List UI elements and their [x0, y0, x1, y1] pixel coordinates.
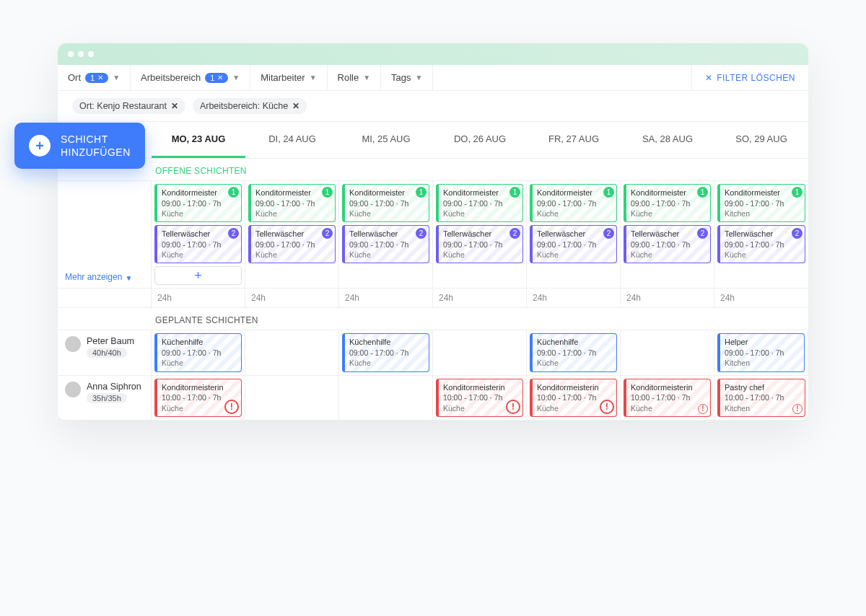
shift-card[interactable]: Tellerwäscher09:00 - 17:00 · 7hKüche2 [154, 225, 242, 263]
show-more-link[interactable]: Mehr anzeigen ▼ [58, 181, 152, 289]
shift-area: Kitchen [725, 403, 800, 413]
window-dot[interactable] [68, 51, 74, 57]
day-tab[interactable]: SO, 29 AUG [714, 122, 808, 158]
day-tab[interactable]: DO, 26 AUG [433, 122, 527, 158]
chevron-down-icon: ▼ [310, 74, 317, 82]
day-tabs: MO, 23 AUGDI, 24 AUGMI, 25 AUGDO, 26 AUG… [58, 122, 808, 159]
shift-card[interactable]: Konditormeister09:00 - 17:00 · 7hKüche1 [342, 184, 429, 222]
person-cell[interactable]: Peter Baum40h/40h [58, 330, 152, 375]
clear-filters-button[interactable]: ✕ FILTER LÖSCHEN [691, 65, 808, 90]
planned-shifts-grid: Peter Baum40h/40hKüchenhilfe09:00 - 17:0… [58, 330, 808, 420]
shift-role: Tellerwäscher [725, 229, 800, 239]
day-cell: Konditormeisterin10:00 - 17:00 · 7hKüche… [433, 376, 527, 421]
shift-time: 09:00 - 17:00 · 7h [349, 348, 424, 358]
shift-card[interactable]: Konditormeisterin10:00 - 17:00 · 7hKüche… [530, 379, 617, 417]
shift-role: Tellerwäscher [255, 229, 331, 239]
day-total: 24h [339, 289, 433, 307]
shift-card[interactable]: Tellerwäscher09:00 - 17:00 · 7hKüche2 [624, 225, 711, 263]
shift-time: 09:00 - 17:00 · 7h [162, 239, 237, 250]
shift-card[interactable]: Tellerwäscher09:00 - 17:00 · 7hKüche2 [530, 225, 617, 263]
day-tab[interactable]: DI, 24 AUG [245, 122, 339, 158]
shift-role: Küchenhilfe [537, 337, 612, 348]
day-cell: Konditormeister09:00 - 17:00 · 7hKüche1T… [245, 181, 339, 289]
shift-card[interactable]: Küchenhilfe09:00 - 17:00 · 7hKüche [154, 333, 242, 371]
count-badge: 2 [603, 228, 614, 239]
shift-area: Küche [631, 250, 706, 260]
close-icon[interactable]: ✕ [171, 101, 178, 111]
shift-role: Konditormeister [537, 188, 612, 198]
shift-area: Küche [725, 250, 800, 260]
shift-time: 09:00 - 17:00 · 7h [631, 239, 706, 250]
shift-card[interactable]: Konditormeisterin10:00 - 17:00 · 7hKüche… [154, 379, 242, 417]
shift-area: Küche [443, 250, 518, 260]
close-icon[interactable]: ✕ [292, 101, 299, 111]
shift-area: Küche [631, 208, 706, 219]
shift-time: 09:00 - 17:00 · 7h [725, 198, 800, 208]
shift-role: Tellerwäscher [162, 229, 237, 239]
shift-time: 09:00 - 17:00 · 7h [537, 348, 612, 358]
count-badge: 1 [228, 187, 239, 198]
shift-card[interactable]: Tellerwäscher09:00 - 17:00 · 7hKüche2 [342, 225, 429, 263]
shift-card[interactable]: Tellerwäscher09:00 - 17:00 · 7hKüche2 [717, 225, 805, 263]
day-tab[interactable]: FR, 27 AUG [527, 122, 621, 158]
add-shift-button[interactable]: + SCHICHT HINZUFÜGEN [14, 123, 145, 169]
chevron-down-icon: ▼ [416, 74, 423, 82]
shift-card[interactable]: Konditormeisterin10:00 - 17:00 · 7hKüche… [624, 379, 711, 417]
filter-bar: Ort 1✕ ▼ Arbeitsbereich 1✕ ▼ Mitarbeiter… [58, 65, 808, 91]
shift-area: Küche [255, 250, 331, 260]
shift-time: 10:00 - 17:00 · 7h [631, 392, 706, 402]
chip-ort[interactable]: Ort: Kenjo Restaurant ✕ [72, 98, 185, 114]
filter-ort-label: Ort [68, 72, 81, 83]
filter-bereich-label: Arbeitsbereich [141, 72, 201, 83]
shift-card[interactable]: Konditormeister09:00 - 17:00 · 7hKitchen… [717, 184, 805, 222]
day-cell: Küchenhilfe09:00 - 17:00 · 7hKüche [152, 330, 245, 375]
day-tab[interactable]: MI, 25 AUG [339, 122, 433, 158]
day-tab[interactable]: SA, 28 AUG [621, 122, 714, 158]
shift-time: 10:00 - 17:00 · 7h [443, 392, 518, 402]
shift-area: Küche [537, 358, 612, 368]
person-cell[interactable]: Anna Siphron35h/35h [58, 376, 152, 421]
shift-card[interactable]: Helper09:00 - 17:00 · 7hKitchen [717, 333, 805, 371]
shift-card[interactable]: Konditormeister09:00 - 17:00 · 7hKüche1 [530, 184, 617, 222]
shift-role: Tellerwäscher [349, 229, 424, 239]
day-cell: Konditormeisterin10:00 - 17:00 · 7hKüche… [152, 376, 245, 421]
app-window: + SCHICHT HINZUFÜGEN Ort 1✕ ▼ Arbeitsber… [58, 43, 808, 421]
shift-area: Kitchen [725, 208, 800, 219]
day-cell: Helper09:00 - 17:00 · 7hKitchen [714, 330, 808, 375]
filter-rolle[interactable]: Rolle ▼ [328, 65, 382, 90]
day-total: 24h [714, 289, 808, 307]
shift-time: 09:00 - 17:00 · 7h [537, 239, 612, 250]
filter-ort[interactable]: Ort 1✕ ▼ [58, 65, 131, 90]
shift-card[interactable]: Konditormeisterin10:00 - 17:00 · 7hKüche… [436, 379, 523, 417]
shift-card[interactable]: Konditormeister09:00 - 17:00 · 7hKüche1 [154, 184, 242, 222]
shift-card[interactable]: Küchenhilfe09:00 - 17:00 · 7hKüche [530, 333, 617, 371]
day-tab[interactable]: MO, 23 AUG [152, 122, 245, 158]
shift-card[interactable]: Konditormeister09:00 - 17:00 · 7hKüche1 [436, 184, 523, 222]
add-shift-cell-button[interactable]: + [154, 266, 242, 285]
day-total: 24h [527, 289, 621, 307]
shift-time: 09:00 - 17:00 · 7h [162, 198, 237, 208]
person-name: Peter Baum [87, 336, 134, 346]
person-name: Anna Siphron [87, 382, 141, 392]
shift-card[interactable]: Pastry chef10:00 - 17:00 · 7hKitchen! [717, 379, 805, 417]
shift-card[interactable]: Tellerwäscher09:00 - 17:00 · 7hKüche2 [436, 225, 523, 263]
filter-tags[interactable]: Tags ▼ [381, 65, 433, 90]
shift-role: Konditormeister [725, 188, 800, 198]
filter-arbeitsbereich[interactable]: Arbeitsbereich 1✕ ▼ [131, 65, 250, 90]
shift-card[interactable]: Konditormeister09:00 - 17:00 · 7hKüche1 [624, 184, 711, 222]
shift-card[interactable]: Tellerwäscher09:00 - 17:00 · 7hKüche2 [248, 225, 336, 263]
shift-time: 09:00 - 17:00 · 7h [443, 239, 518, 250]
chip-bereich[interactable]: Arbeitsbereich: Küche ✕ [193, 98, 307, 114]
shift-role: Küchenhilfe [162, 337, 237, 348]
window-dot[interactable] [78, 51, 84, 57]
shift-card[interactable]: Konditormeister09:00 - 17:00 · 7hKüche1 [248, 184, 336, 222]
shift-role: Konditormeister [255, 188, 331, 198]
chevron-down-icon: ▼ [113, 74, 120, 82]
day-cell: Konditormeisterin10:00 - 17:00 · 7hKüche… [527, 376, 621, 421]
filter-bereich-count: 1✕ [205, 73, 228, 83]
shift-area: Küche [162, 250, 237, 260]
shift-role: Konditormeister [349, 188, 424, 198]
shift-card[interactable]: Küchenhilfe09:00 - 17:00 · 7hKüche [342, 333, 429, 371]
window-dot[interactable] [88, 51, 94, 57]
filter-mitarbeiter[interactable]: Mitarbeiter ▼ [250, 65, 327, 90]
